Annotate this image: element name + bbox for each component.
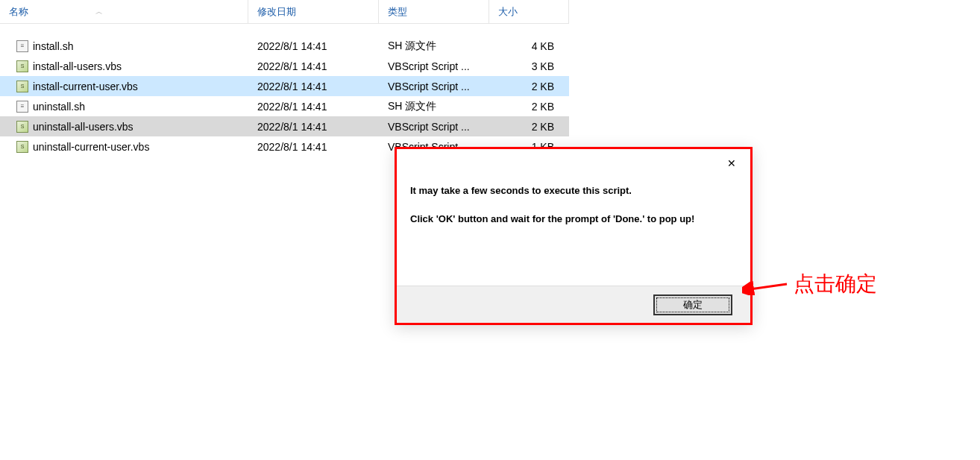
column-header-size[interactable]: 大小	[489, 0, 569, 23]
file-size-cell: 2 KB	[489, 121, 569, 133]
vbs-file-icon: S	[16, 81, 28, 92]
file-size-cell: 3 KB	[489, 60, 569, 72]
file-date-cell: 2022/8/1 14:41	[248, 141, 379, 153]
file-date-cell: 2022/8/1 14:41	[248, 121, 379, 133]
file-name-cell: Sinstall-all-users.vbs	[0, 60, 248, 72]
file-type-cell: VBScript Script ...	[379, 81, 489, 92]
file-name-cell: ≡uninstall.sh	[0, 101, 248, 113]
file-type-cell: VBScript Script ...	[379, 60, 489, 72]
vbs-file-icon: S	[16, 121, 28, 133]
script-prompt-dialog: ✕ It may take a few seconds to execute t…	[395, 147, 753, 325]
file-type-cell: VBScript Script ...	[379, 121, 489, 133]
svg-line-1	[750, 284, 787, 289]
file-type-cell: SH 源文件	[379, 100, 489, 113]
dialog-message-line1: It may take a few seconds to execute thi…	[410, 183, 737, 198]
file-row[interactable]: ≡uninstall.sh2022/8/1 14:41SH 源文件2 KB	[0, 96, 569, 116]
file-name-label: uninstall-all-users.vbs	[33, 121, 134, 133]
column-header-name-label: 名称	[9, 5, 28, 19]
column-header-size-label: 大小	[498, 5, 518, 19]
file-size-cell: 2 KB	[489, 101, 569, 113]
file-size-cell: 4 KB	[489, 40, 569, 52]
dialog-footer: 确定	[397, 286, 750, 323]
file-row[interactable]: Sinstall-current-user.vbs2022/8/1 14:41V…	[0, 76, 569, 96]
file-name-label: install.sh	[33, 40, 73, 52]
vbs-file-icon: S	[16, 141, 28, 153]
close-button[interactable]: ✕	[720, 154, 743, 173]
ok-button[interactable]: 确定	[653, 294, 732, 315]
annotation-overlay: 点击确定	[742, 270, 877, 298]
dialog-message-line2: Click 'OK' button and wait for the promp…	[410, 212, 737, 227]
vbs-file-icon: S	[16, 60, 28, 72]
file-size-cell: 2 KB	[489, 81, 569, 92]
file-name-cell: Suninstall-current-user.vbs	[0, 141, 248, 153]
column-header-name[interactable]: 名称 ︿	[0, 0, 248, 23]
file-name-label: install-all-users.vbs	[33, 60, 122, 72]
file-row[interactable]: Suninstall-all-users.vbs2022/8/1 14:41VB…	[0, 116, 569, 136]
file-name-label: uninstall.sh	[33, 101, 85, 113]
file-list-pane: 名称 ︿ 修改日期 类型 大小 ≡install.sh2022/8/1 14:4…	[0, 0, 569, 157]
sh-file-icon: ≡	[16, 40, 28, 52]
close-icon: ✕	[727, 157, 736, 169]
column-header-row: 名称 ︿ 修改日期 类型 大小	[0, 0, 569, 24]
file-row[interactable]: Sinstall-all-users.vbs2022/8/1 14:41VBSc…	[0, 56, 569, 76]
column-header-type-label: 类型	[388, 5, 407, 19]
dialog-body: It may take a few seconds to execute thi…	[397, 177, 750, 241]
column-header-date[interactable]: 修改日期	[248, 0, 379, 23]
file-date-cell: 2022/8/1 14:41	[248, 101, 379, 113]
column-header-type[interactable]: 类型	[379, 0, 489, 23]
column-header-date-label: 修改日期	[257, 5, 296, 19]
file-date-cell: 2022/8/1 14:41	[248, 81, 379, 92]
file-name-label: install-current-user.vbs	[33, 81, 138, 92]
dialog-titlebar: ✕	[397, 149, 750, 177]
file-rows-container: ≡install.sh2022/8/1 14:41SH 源文件4 KBSinst…	[0, 24, 569, 157]
file-row[interactable]: ≡install.sh2022/8/1 14:41SH 源文件4 KB	[0, 36, 569, 56]
file-name-label: uninstall-current-user.vbs	[33, 141, 149, 153]
annotation-text: 点击确定	[794, 270, 877, 298]
file-date-cell: 2022/8/1 14:41	[248, 60, 379, 72]
file-date-cell: 2022/8/1 14:41	[248, 40, 379, 52]
file-name-cell: Suninstall-all-users.vbs	[0, 121, 248, 133]
file-name-cell: Sinstall-current-user.vbs	[0, 81, 248, 92]
sort-ascending-icon: ︿	[95, 7, 103, 17]
sh-file-icon: ≡	[16, 101, 28, 113]
file-name-cell: ≡install.sh	[0, 40, 248, 52]
file-type-cell: SH 源文件	[379, 40, 489, 53]
